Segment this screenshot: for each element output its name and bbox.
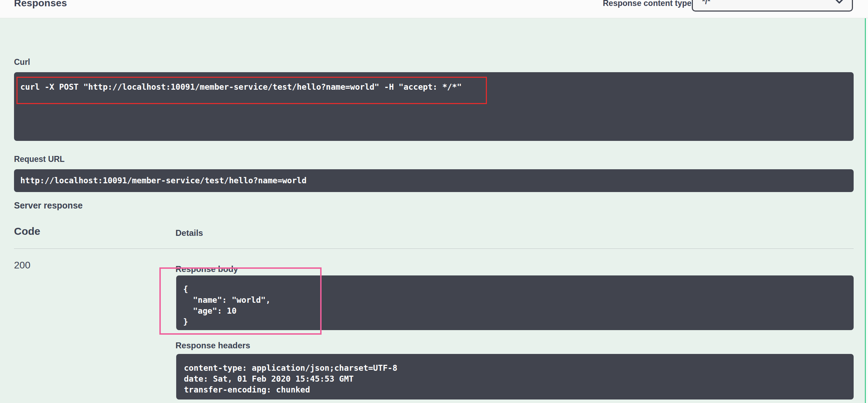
request-url-label: Request URL (14, 155, 64, 164)
code-column-header: Code (14, 225, 40, 237)
status-code: 200 (14, 260, 30, 271)
details-column-header: Details (175, 228, 203, 238)
response-content-type-label: Response content type (603, 0, 691, 8)
response-header-line: date: Sat, 01 Feb 2020 15:45:53 GMT (184, 374, 847, 384)
opblock-section-header: Responses Response content type */* (0, 0, 868, 18)
response-headers-label: Response headers (175, 341, 250, 350)
curl-highlight-annotation (16, 77, 487, 104)
response-header-line: transfer-encoding: chunked (184, 384, 847, 395)
response-headers-block: content-type: application/json;charset=U… (176, 354, 854, 399)
swagger-responses-screen: Curl curl -X POST "http://localhost:1009… (0, 0, 868, 403)
request-url-text: http://localhost:10091/member-service/te… (20, 169, 306, 192)
response-header-line: content-type: application/json;charset=U… (184, 363, 847, 374)
chevron-down-icon (834, 0, 844, 5)
opblock-body-panel: Curl curl -X POST "http://localhost:1009… (0, 18, 866, 403)
response-content-type-select[interactable]: */* (692, 0, 853, 12)
content-type-selected-value: */* (702, 0, 710, 6)
responses-title: Responses (14, 0, 67, 9)
request-url-block: http://localhost:10091/member-service/te… (14, 169, 854, 192)
curl-label: Curl (14, 57, 30, 67)
response-table-divider (14, 248, 854, 249)
server-response-label: Server response (14, 200, 83, 211)
response-body-highlight-annotation (159, 267, 322, 335)
